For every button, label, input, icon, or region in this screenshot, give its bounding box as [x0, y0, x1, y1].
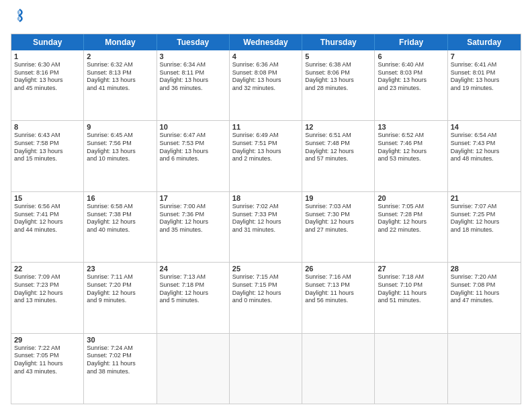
cell-line: Daylight: 13 hours — [87, 77, 153, 85]
cell-line: and 19 minutes. — [451, 85, 518, 93]
cell-line: Sunset: 7:46 PM — [378, 140, 444, 148]
cell-line: Sunset: 7:51 PM — [232, 140, 299, 148]
calendar-cell: 21Sunrise: 7:07 AMSunset: 7:25 PMDayligh… — [448, 192, 521, 262]
cell-line: Sunset: 7:18 PM — [160, 281, 226, 289]
cell-line: and 0 minutes. — [232, 297, 299, 305]
cell-line: Sunrise: 6:36 AM — [232, 61, 299, 69]
header-day-monday: Monday — [84, 34, 157, 50]
cell-line: Sunset: 7:08 PM — [451, 281, 518, 289]
cell-line: Sunrise: 6:52 AM — [378, 132, 444, 140]
cell-line: Daylight: 12 hours — [87, 289, 153, 298]
cell-line: Sunset: 7:02 PM — [87, 352, 153, 360]
logo-flag-icon — [12, 8, 27, 23]
day-number: 26 — [305, 265, 371, 273]
header-day-friday: Friday — [375, 34, 447, 50]
page: SundayMondayTuesdayWednesdayThursdayFrid… — [0, 0, 532, 411]
cell-line: and 2 minutes. — [232, 155, 299, 163]
calendar-cell: 20Sunrise: 7:05 AMSunset: 7:28 PMDayligh… — [375, 192, 447, 262]
cell-line: and 9 minutes. — [87, 297, 153, 305]
cell-line: Sunset: 8:08 PM — [232, 69, 299, 77]
cell-line: and 36 minutes. — [160, 85, 226, 93]
header-day-tuesday: Tuesday — [157, 34, 230, 50]
day-number: 21 — [451, 194, 518, 202]
calendar-cell: 24Sunrise: 7:13 AMSunset: 7:18 PMDayligh… — [157, 263, 230, 332]
cell-line: and 48 minutes. — [451, 155, 518, 163]
calendar-cell: 8Sunrise: 6:43 AMSunset: 7:58 PMDaylight… — [11, 121, 84, 191]
cell-line: Daylight: 12 hours — [14, 289, 81, 298]
calendar: SundayMondayTuesdayWednesdayThursdayFrid… — [11, 34, 521, 404]
cell-line: Sunset: 7:33 PM — [232, 211, 299, 219]
cell-line: and 56 minutes. — [305, 297, 371, 305]
cell-line: Sunrise: 6:58 AM — [87, 203, 153, 211]
cell-line: Sunset: 7:56 PM — [87, 140, 153, 148]
day-number: 5 — [305, 52, 371, 60]
cell-line: and 40 minutes. — [87, 226, 153, 234]
cell-line: Sunset: 7:30 PM — [305, 211, 371, 219]
cell-line: Sunrise: 6:47 AM — [160, 132, 226, 140]
cell-line: and 35 minutes. — [160, 226, 226, 234]
cell-line: and 38 minutes. — [87, 368, 153, 376]
header-day-wednesday: Wednesday — [230, 34, 302, 50]
cell-line: Daylight: 12 hours — [305, 218, 371, 226]
calendar-cell: 10Sunrise: 6:47 AMSunset: 7:53 PMDayligh… — [157, 121, 230, 191]
header-day-sunday: Sunday — [11, 34, 84, 50]
day-number: 2 — [87, 52, 153, 60]
calendar-row: 8Sunrise: 6:43 AMSunset: 7:58 PMDaylight… — [11, 121, 521, 191]
day-number: 25 — [232, 265, 299, 273]
day-number: 30 — [87, 336, 153, 344]
calendar-cell: 28Sunrise: 7:20 AMSunset: 7:08 PMDayligh… — [448, 263, 521, 332]
day-number: 6 — [378, 52, 444, 60]
cell-line: Sunset: 7:38 PM — [87, 211, 153, 219]
cell-line: Sunrise: 7:24 AM — [87, 345, 153, 353]
cell-line: and 23 minutes. — [378, 85, 444, 93]
day-number: 9 — [87, 123, 153, 131]
cell-line: Sunset: 8:01 PM — [451, 69, 518, 77]
day-number: 18 — [232, 194, 299, 202]
cell-line: Sunrise: 6:56 AM — [14, 203, 81, 211]
calendar-cell: 3Sunrise: 6:34 AMSunset: 8:11 PMDaylight… — [157, 50, 230, 120]
cell-line: and 5 minutes. — [160, 297, 226, 305]
calendar-row: 15Sunrise: 6:56 AMSunset: 7:41 PMDayligh… — [11, 192, 521, 263]
cell-line: Sunset: 8:13 PM — [87, 69, 153, 77]
calendar-cell — [157, 334, 230, 404]
cell-line: Sunset: 7:10 PM — [378, 281, 444, 289]
cell-line: Daylight: 12 hours — [451, 148, 518, 156]
calendar-cell: 11Sunrise: 6:49 AMSunset: 7:51 PMDayligh… — [230, 121, 302, 191]
day-number: 20 — [378, 194, 444, 202]
cell-line: and 53 minutes. — [378, 155, 444, 163]
cell-line: Sunset: 8:06 PM — [305, 69, 371, 77]
calendar-cell: 14Sunrise: 6:54 AMSunset: 7:43 PMDayligh… — [448, 121, 521, 191]
calendar-body: 1Sunrise: 6:30 AMSunset: 8:16 PMDaylight… — [11, 50, 521, 404]
cell-line: Daylight: 13 hours — [305, 77, 371, 85]
calendar-cell: 6Sunrise: 6:40 AMSunset: 8:03 PMDaylight… — [375, 50, 447, 120]
calendar-cell: 16Sunrise: 6:58 AMSunset: 7:38 PMDayligh… — [84, 192, 157, 262]
header-day-thursday: Thursday — [302, 34, 375, 50]
calendar-cell: 2Sunrise: 6:32 AMSunset: 8:13 PMDaylight… — [84, 50, 157, 120]
cell-line: Daylight: 11 hours — [305, 289, 371, 298]
cell-line: and 32 minutes. — [232, 85, 299, 93]
calendar-cell: 19Sunrise: 7:03 AMSunset: 7:30 PMDayligh… — [302, 192, 375, 262]
cell-line: and 41 minutes. — [87, 85, 153, 93]
cell-line: Sunrise: 7:20 AM — [451, 273, 518, 281]
cell-line: Daylight: 13 hours — [232, 77, 299, 85]
calendar-cell: 30Sunrise: 7:24 AMSunset: 7:02 PMDayligh… — [84, 334, 157, 404]
day-number: 13 — [378, 123, 444, 131]
day-number: 7 — [451, 52, 518, 60]
cell-line: Sunrise: 6:43 AM — [14, 132, 81, 140]
day-number: 19 — [305, 194, 371, 202]
calendar-row: 22Sunrise: 7:09 AMSunset: 7:23 PMDayligh… — [11, 263, 521, 333]
cell-line: Daylight: 13 hours — [87, 148, 153, 156]
cell-line: Sunrise: 7:13 AM — [160, 273, 226, 281]
cell-line: Sunrise: 7:15 AM — [232, 273, 299, 281]
cell-line: Daylight: 12 hours — [451, 218, 518, 226]
calendar-cell: 4Sunrise: 6:36 AMSunset: 8:08 PMDaylight… — [230, 50, 302, 120]
day-number: 10 — [160, 123, 226, 131]
calendar-cell: 1Sunrise: 6:30 AMSunset: 8:16 PMDaylight… — [11, 50, 84, 120]
cell-line: Daylight: 12 hours — [378, 148, 444, 156]
calendar-cell: 18Sunrise: 7:02 AMSunset: 7:33 PMDayligh… — [230, 192, 302, 262]
cell-line: Daylight: 12 hours — [160, 218, 226, 226]
day-number: 23 — [87, 265, 153, 273]
day-number: 4 — [232, 52, 299, 60]
cell-line: Sunset: 7:48 PM — [305, 140, 371, 148]
day-number: 11 — [232, 123, 299, 131]
